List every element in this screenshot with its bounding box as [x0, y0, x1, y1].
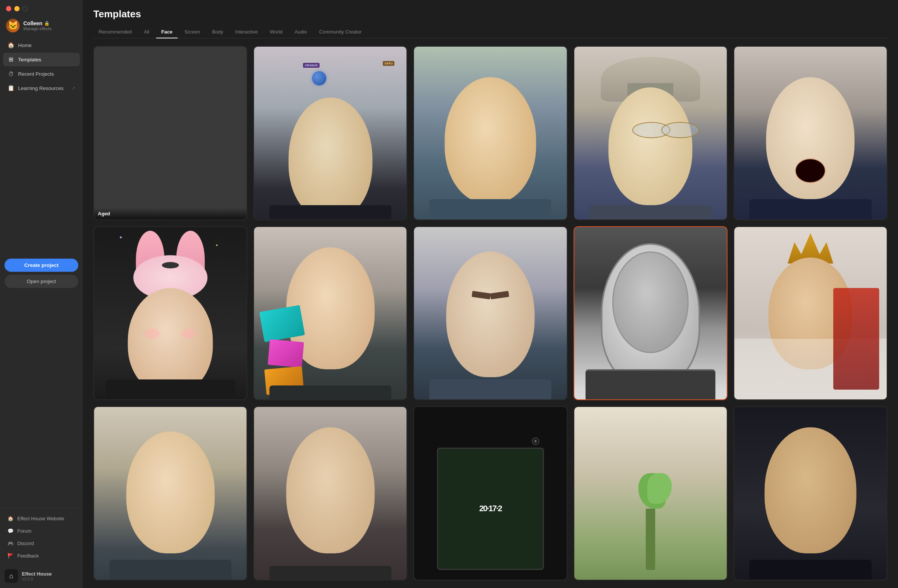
feedback-icon: 🚩: [8, 553, 14, 559]
maximize-button[interactable]: [23, 6, 28, 11]
tabs-row: Recommended All Face Screen Body Interac…: [93, 26, 887, 38]
face-critter: [128, 288, 213, 394]
brand-version: v3.0.0: [22, 577, 52, 581]
template-card-aged[interactable]: Aged Generative Effect Render Tex: [93, 46, 247, 220]
face-fusion: [612, 251, 689, 353]
template-card-row3-1[interactable]: [93, 406, 247, 580]
tab-body[interactable]: Body: [207, 26, 228, 38]
recent-icon: ⏱: [8, 71, 14, 77]
open-project-button[interactable]: Open project: [5, 275, 78, 288]
card-image-randomizer3d: URANUS SATU Randomizer3D: [254, 47, 406, 220]
sidebar-item-feedback[interactable]: 🚩 Feedback: [3, 550, 80, 562]
shirt-shape: [269, 205, 391, 220]
template-card-row3-3[interactable]: 20·17·2 0: [413, 406, 567, 580]
brand-text: Effect House v3.0.0: [22, 571, 52, 581]
card-image-aged: Aged: [94, 47, 246, 220]
main-content: Templates Recommended All Face Screen Bo…: [83, 0, 898, 588]
tab-screen[interactable]: Screen: [179, 26, 205, 38]
template-card-high-horse[interactable]: High Horse 3D Face Look At Head Tra: [733, 226, 887, 400]
shirt-press: [269, 385, 391, 400]
website-icon: 🏠: [8, 516, 14, 521]
template-card-row3-5[interactable]: [733, 406, 887, 580]
shirt-r3-5: [749, 560, 871, 580]
satu-label: SATU: [383, 61, 394, 66]
close-button[interactable]: [6, 6, 11, 11]
button-section: Create project Open project: [0, 254, 83, 292]
sidebar-item-forum[interactable]: 💬 Forum: [3, 525, 80, 537]
card-image-wacky: Wacky Faces: [414, 47, 566, 220]
face-shape-3d: [609, 87, 692, 205]
user-info: Colleen 🔒 Manage effects: [23, 20, 77, 31]
tab-interactive[interactable]: Interactive: [230, 26, 263, 38]
shirt-wacky: [429, 199, 551, 220]
mouth-wobbly: [795, 159, 826, 183]
shirt-wobbly: [749, 199, 871, 220]
discord-label: Discord: [17, 540, 34, 546]
brand-icon: ⌂: [5, 569, 18, 583]
sidebar-item-website[interactable]: 🏠 Effect House Website: [3, 513, 80, 524]
tab-audio[interactable]: Audio: [289, 26, 312, 38]
face-r3-2: [286, 427, 374, 553]
sidebar-bottom: 🏠 Effect House Website 💬 Forum 🎮 Discord…: [0, 508, 83, 565]
template-card-critter-stickers[interactable]: ✦ ✦ Critter Stickers Face Sticker Makeup…: [93, 226, 247, 400]
manage-effects-label[interactable]: Manage effects: [23, 26, 77, 31]
planet-sphere: [312, 71, 326, 85]
feedback-label: Feedback: [17, 553, 39, 559]
template-card-wacky-faces[interactable]: Wacky Faces Generative Effect Visual Scr…: [413, 46, 567, 220]
template-card-press-conference[interactable]: Press Conference 3D Look At: [253, 226, 407, 400]
template-card-row3-2[interactable]: [253, 406, 407, 580]
lock-icon: 🔒: [44, 21, 50, 26]
shirt-critter: [105, 379, 235, 400]
user-section: 🐱 Colleen 🔒 Manage effects: [0, 14, 83, 38]
suit-bottom: [586, 369, 715, 400]
sidebar-item-learning-resources[interactable]: 📋 Learning Resources ↗: [3, 81, 80, 95]
card-image-press: Press Conference: [254, 227, 406, 400]
template-card-3d-fashion[interactable]: 3D Fashion 3D Head Tracker: [574, 46, 727, 220]
page-header: Templates Recommended All Face Screen Bo…: [83, 0, 898, 38]
template-card-sad-face[interactable]: Sad Face Generative Effect 3D Face: [413, 226, 567, 400]
red-cape: [833, 288, 879, 389]
shirt-r3-2: [269, 566, 391, 580]
sidebar-item-discord[interactable]: 🎮 Discord: [3, 537, 80, 549]
tab-all[interactable]: All: [138, 26, 154, 38]
nav-section: 🏠 Home ⊞ Templates ⏱ Recent Projects 📋 L…: [0, 38, 83, 254]
face-shape: [288, 97, 372, 220]
card-info-aged: Generative Effect Render Tex: [94, 220, 246, 220]
face-r3-5: [765, 427, 856, 553]
tab-world[interactable]: World: [264, 26, 288, 38]
tab-community-creator[interactable]: Community Creator: [314, 26, 367, 38]
home-label: Home: [18, 43, 32, 48]
card-image-row3-3: 20·17·2 0: [414, 407, 566, 580]
card-image-fusion: Face Fusion Maker: [574, 227, 727, 400]
sidebar-item-templates[interactable]: ⊞ Templates: [3, 53, 80, 66]
chalkboard: 20·17·2: [437, 448, 544, 570]
discord-icon: 🎮: [8, 540, 14, 546]
shirt-sad: [429, 379, 551, 400]
cheek-left: [145, 329, 160, 339]
template-card-row3-4[interactable]: [574, 406, 727, 580]
recent-label: Recent Projects: [18, 71, 54, 77]
forum-icon: 💬: [8, 528, 14, 534]
card-image-horse: High Horse: [734, 227, 887, 400]
template-card-face-fusion-maker[interactable]: Face Fusion Maker Face Fusion Render Tex…: [574, 226, 727, 400]
tab-recommended[interactable]: Recommended: [93, 26, 137, 38]
tab-face[interactable]: Face: [156, 26, 178, 38]
external-link-icon: ↗: [72, 86, 75, 91]
sidebar-item-recent-projects[interactable]: ⏱ Recent Projects: [3, 67, 80, 80]
minimize-button[interactable]: [14, 6, 20, 11]
brand-name: Effect House: [22, 571, 52, 577]
shirt-r3-1: [109, 560, 231, 580]
avatar: 🐱: [6, 19, 20, 32]
shirt-3d: [589, 205, 711, 220]
template-card-randomizer3d[interactable]: URANUS SATU Randomizer3D Head Tracker Vi…: [253, 46, 407, 220]
template-card-wobbly-face[interactable]: Wobbly Face Face Stretch Visual Scriptin…: [733, 46, 887, 220]
templates-icon: ⊞: [8, 56, 14, 63]
card-image-row3-4: [574, 407, 727, 580]
learning-label: Learning Resources: [18, 85, 64, 91]
card-image-row3-5: [734, 407, 887, 580]
traffic-lights: [0, 0, 83, 14]
sidebar-item-home[interactable]: 🏠 Home: [3, 38, 80, 52]
create-project-button[interactable]: Create project: [5, 259, 78, 272]
face-sad: [446, 251, 534, 377]
card-image-critter: ✦ ✦ Critter Stickers: [94, 227, 246, 400]
